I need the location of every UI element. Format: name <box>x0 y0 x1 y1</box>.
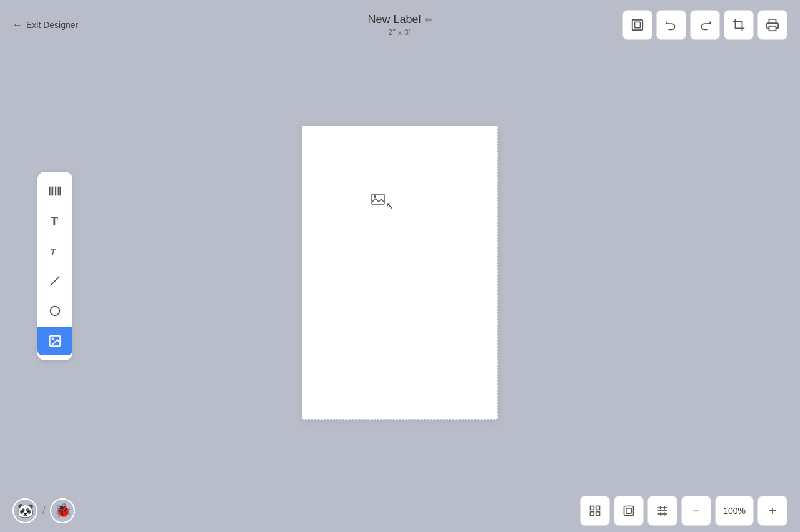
avatar-2: 🐞 <box>50 498 75 523</box>
title-block: New Label ✏ 2" x 3" <box>368 13 432 37</box>
grid-icon <box>589 505 601 517</box>
label-size: 2" x 3" <box>368 27 432 37</box>
svg-rect-24 <box>626 508 631 513</box>
crop-icon <box>732 18 746 32</box>
label-title: New Label ✏ <box>368 13 432 26</box>
avatar-1: 🐼 <box>12 498 38 523</box>
svg-rect-21 <box>591 512 594 516</box>
zoom-display: 100% <box>715 496 754 526</box>
svg-rect-19 <box>591 506 594 510</box>
svg-rect-0 <box>632 20 643 31</box>
zoom-value: 100% <box>723 506 746 516</box>
cursor-arrow-icon: ↖ <box>386 200 394 212</box>
undo-icon <box>664 18 678 32</box>
canvas-cursor: ↖ <box>371 194 394 212</box>
label-canvas[interactable]: ↖ <box>302 126 498 420</box>
crop-button[interactable] <box>724 10 754 40</box>
print-icon <box>766 18 779 32</box>
bottom-left: 🐼 / 🐞 <box>12 498 75 523</box>
frame-button[interactable] <box>622 10 652 40</box>
avatar-2-image: 🐞 <box>51 500 74 522</box>
edit-title-icon[interactable]: ✏ <box>425 15 432 25</box>
svg-point-18 <box>374 195 376 198</box>
redo-icon <box>698 18 712 32</box>
svg-rect-22 <box>596 512 600 516</box>
zoom-minus-icon: − <box>692 504 700 518</box>
header: ← Exit Designer New Label ✏ 2" x 3" <box>0 0 800 50</box>
align-icon <box>656 505 669 517</box>
toolbar-right <box>622 10 788 40</box>
align-button[interactable] <box>648 496 678 526</box>
image-placeholder-icon <box>371 194 385 205</box>
zoom-in-button[interactable]: + <box>758 496 788 526</box>
print-button[interactable] <box>758 10 788 40</box>
svg-rect-1 <box>634 22 640 27</box>
exit-label: Exit Designer <box>26 20 78 30</box>
canvas-area: ↖ <box>0 56 800 488</box>
bottom-bar: 🐼 / 🐞 <box>0 496 800 526</box>
frame-icon <box>631 18 644 32</box>
bottom-right: − 100% + <box>580 496 788 526</box>
avatar-separator: / <box>42 505 45 516</box>
label-name: New Label <box>368 13 421 26</box>
exit-designer-button[interactable]: ← Exit Designer <box>12 19 78 31</box>
undo-button[interactable] <box>656 10 686 40</box>
svg-rect-23 <box>624 506 634 516</box>
svg-rect-17 <box>372 194 384 204</box>
frame-bottom-button[interactable] <box>614 496 644 526</box>
redo-button[interactable] <box>690 10 720 40</box>
frame-bottom-icon <box>622 505 635 517</box>
svg-rect-20 <box>596 506 600 510</box>
back-arrow-icon: ← <box>12 19 22 31</box>
zoom-plus-icon: + <box>769 504 776 518</box>
avatar-1-image: 🐼 <box>14 500 36 522</box>
grid-button[interactable] <box>580 496 610 526</box>
svg-rect-2 <box>769 26 776 31</box>
zoom-out-button[interactable]: − <box>681 496 711 526</box>
